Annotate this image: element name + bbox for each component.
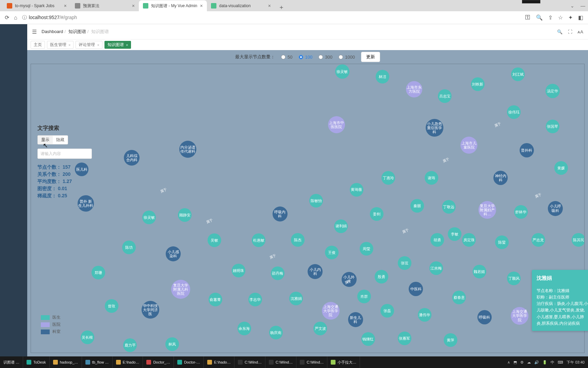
graph-node[interactable]: 徐伟珏: [507, 105, 521, 119]
graph-node[interactable]: 杜惠敏: [252, 233, 265, 247]
graph-node[interactable]: 顾静安: [178, 208, 192, 222]
graph-node[interactable]: 陈莹: [495, 235, 509, 249]
zoom-icon[interactable]: 🔍: [536, 14, 543, 21]
graph-node[interactable]: 复旦大学附属儿科医院: [171, 280, 190, 299]
graph-node[interactable]: 小儿感染科: [166, 246, 181, 261]
panel-icon[interactable]: ◧: [578, 14, 583, 21]
graph-node[interactable]: 郑珊: [92, 266, 105, 279]
graph-node[interactable]: 钱继红: [361, 332, 375, 346]
graph-node[interactable]: 潘伟华: [418, 308, 431, 322]
clock[interactable]: 下午 03:40: [567, 360, 585, 365]
graph-node[interactable]: 上海交通大学医学院: [322, 302, 340, 320]
graph-node[interactable]: 刘江斌: [511, 67, 525, 81]
graph-node[interactable]: 张雁军: [398, 332, 411, 345]
page-tab[interactable]: 主页: [31, 41, 45, 49]
graph-node[interactable]: 魏若姐: [473, 265, 486, 278]
graph-node[interactable]: 余东海: [238, 322, 251, 335]
graph-node[interactable]: 严志龙: [532, 233, 545, 247]
graph-node[interactable]: 杨庆南: [269, 326, 283, 339]
graph-node[interactable]: 张磊: [380, 304, 394, 318]
url-input[interactable]: ⓘlocalhost:9527/#/graph: [22, 15, 520, 21]
graph-node[interactable]: 华中科技大学同济医: [142, 301, 159, 319]
close-icon[interactable]: ×: [132, 3, 135, 9]
graph-node[interactable]: 小儿内科: [308, 264, 323, 279]
graph-node[interactable]: 李敏: [448, 227, 461, 241]
graph-node[interactable]: 严文波: [313, 322, 327, 335]
system-tray[interactable]: ∧⬒⚙☁🔊🔋中⌨ 下午 03:40: [504, 360, 588, 365]
task-item[interactable]: 识图谱 …: [0, 356, 23, 368]
graph-node[interactable]: 徐灵敏: [142, 211, 156, 224]
graph-node[interactable]: 陈其民: [572, 233, 585, 247]
graph-node[interactable]: 曾玫: [105, 299, 118, 313]
graph-node[interactable]: 丁敬远: [442, 200, 456, 214]
key-icon[interactable]: ⚿: [525, 14, 530, 21]
browser-tab-active[interactable]: 知识图谱 - My Vue Admin×: [139, 0, 207, 11]
graph-node[interactable]: 陈功: [122, 241, 136, 254]
extensions-icon[interactable]: ✦: [568, 14, 573, 21]
graph-node[interactable]: 张弦: [398, 256, 411, 270]
graph-node[interactable]: 林凤: [165, 337, 179, 351]
text-toggle[interactable]: 显示 隐藏: [37, 135, 68, 144]
graph-node[interactable]: 舒林华: [514, 205, 528, 219]
radio-300[interactable]: 300: [318, 55, 332, 60]
graph-node[interactable]: 神经内科: [493, 171, 508, 185]
graph-node[interactable]: 鹿力平: [123, 338, 137, 352]
radio-100[interactable]: 100: [299, 55, 313, 60]
graph-node[interactable]: 刘铁新: [471, 77, 485, 91]
task-item[interactable]: tb_flow …: [82, 356, 113, 368]
graph-node[interactable]: 汤定华: [545, 84, 560, 98]
graph-node[interactable]: 吴长根: [81, 331, 94, 344]
graph-node[interactable]: 姚明珠: [232, 264, 245, 277]
graph-node[interactable]: 儿科综合内科: [124, 150, 140, 166]
page-tab-active[interactable]: 知识图谱×: [104, 41, 131, 49]
search-icon[interactable]: 🔍: [557, 29, 562, 34]
toggle-show[interactable]: 显示: [38, 136, 53, 144]
close-icon[interactable]: ×: [200, 3, 203, 9]
graph-node[interactable]: 蔡春意: [452, 291, 466, 304]
graph-node[interactable]: 邵丹梅: [271, 266, 284, 280]
task-item[interactable]: Doctor-…: [174, 356, 204, 368]
graph-node[interactable]: 上海交通大学医学院: [511, 307, 528, 325]
graph-node[interactable]: 呼吸科: [477, 310, 492, 324]
close-icon[interactable]: ×: [64, 3, 67, 9]
radio-1000[interactable]: 1000: [339, 55, 355, 60]
close-icon[interactable]: ×: [68, 43, 70, 47]
graph-node[interactable]: 王俊: [325, 246, 339, 259]
graph-node[interactable]: 黄萍: [444, 333, 457, 347]
graph-node[interactable]: 黄琦薇: [350, 183, 363, 197]
graph-node[interactable]: 内分泌遗传代谢科: [179, 141, 196, 158]
close-icon[interactable]: ×: [126, 43, 128, 47]
chevron-down-icon[interactable]: ⌄: [570, 3, 574, 9]
task-item[interactable]: E:\hado…: [204, 356, 234, 368]
crumb-root[interactable]: Dashboard: [42, 29, 63, 34]
graph-node[interactable]: 谢利娟: [334, 219, 348, 233]
graph-node[interactable]: 秦丽: [410, 199, 424, 213]
graph-node[interactable]: 胡勇: [430, 233, 444, 247]
close-icon[interactable]: ×: [268, 3, 271, 9]
task-item[interactable]: Doctor_…: [143, 356, 174, 368]
star-icon[interactable]: ☆: [558, 14, 563, 21]
reload-icon[interactable]: ⟳: [5, 14, 9, 21]
graph-node[interactable]: 姜剑: [370, 207, 383, 221]
graph-node[interactable]: 丁惠玲: [381, 171, 395, 185]
graph-node[interactable]: 房定珠: [462, 233, 476, 247]
fullscreen-icon[interactable]: ⛶: [568, 29, 572, 34]
browser-tab[interactable]: data-visualization×: [207, 0, 275, 11]
graph-node[interactable]: 徐灵敏: [335, 64, 349, 79]
font-size-icon[interactable]: ᴀA: [577, 29, 583, 34]
radio-50[interactable]: 50: [281, 55, 292, 60]
graph-node[interactable]: 陈敏怡: [309, 194, 323, 208]
update-button[interactable]: 更新: [361, 52, 380, 62]
share-icon[interactable]: ⇪: [548, 14, 553, 21]
graph-node[interactable]: 呼吸内科: [273, 206, 288, 221]
graph-node[interactable]: 殷勇: [375, 270, 388, 283]
graph-node[interactable]: 俞蕙菁: [209, 293, 222, 306]
browser-tab[interactable]: 预测算法×: [71, 0, 139, 11]
crumb-mid[interactable]: 知识图谱: [68, 29, 86, 34]
task-item[interactable]: hadoop_…: [50, 356, 82, 368]
graph-node[interactable]: 李志华: [248, 293, 262, 306]
graph-node[interactable]: 上海市中医医院: [328, 116, 345, 133]
page-tab[interactable]: 医生管理×: [47, 41, 74, 49]
graph-node[interactable]: 普外科: [520, 143, 534, 157]
graph-node[interactable]: 张国琴: [546, 120, 559, 133]
